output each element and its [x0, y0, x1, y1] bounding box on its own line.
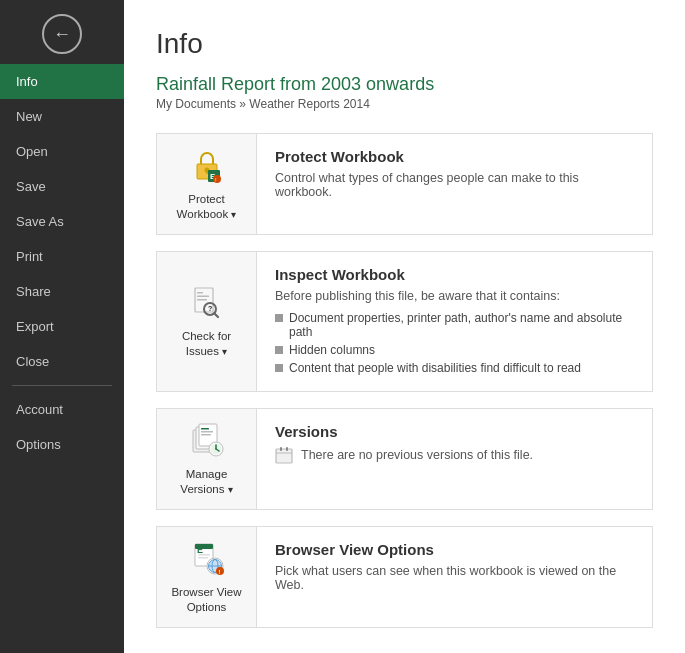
back-button[interactable]: ←: [42, 14, 82, 54]
sidebar-item-new[interactable]: New: [0, 99, 124, 134]
svg-rect-19: [201, 434, 211, 436]
protect-workbook-title: Protect Workbook: [275, 148, 634, 165]
sidebar-item-print[interactable]: Print: [0, 239, 124, 274]
svg-rect-8: [197, 292, 203, 294]
main-content: Info Rainfall Report from 2003 onwards M…: [124, 0, 685, 653]
svg-rect-31: [198, 554, 210, 556]
file-title: Rainfall Report from 2003 onwards: [156, 74, 653, 95]
page-title: Info: [156, 28, 653, 60]
svg-text:E: E: [197, 545, 203, 555]
versions-inline: There are no previous versions of this f…: [275, 446, 634, 464]
svg-rect-2: [206, 170, 208, 174]
browser-view-content: Browser View Options Pick what users can…: [257, 527, 652, 627]
svg-rect-10: [197, 299, 207, 301]
svg-rect-24: [276, 449, 292, 463]
bullet-icon: [275, 346, 283, 354]
browser-view-desc: Pick what users can see when this workbo…: [275, 564, 634, 592]
browser-view-icon-label: Browser ViewOptions: [171, 585, 241, 615]
svg-rect-17: [201, 428, 209, 430]
svg-line-12: [214, 314, 218, 318]
bullet-icon: [275, 364, 283, 372]
svg-rect-32: [198, 557, 208, 559]
versions-title: Versions: [275, 423, 634, 440]
sidebar-item-share[interactable]: Share: [0, 274, 124, 309]
sidebar-item-options[interactable]: Options: [0, 427, 124, 462]
sidebar-item-info[interactable]: Info: [0, 64, 124, 99]
sidebar-item-close[interactable]: Close: [0, 344, 124, 379]
bullet-icon: [275, 314, 283, 322]
browser-view-title: Browser View Options: [275, 541, 634, 558]
sidebar-item-export[interactable]: Export: [0, 309, 124, 344]
sidebar: ← Info New Open Save Save As Print Share…: [0, 0, 124, 653]
inspect-workbook-title: Inspect Workbook: [275, 266, 634, 283]
inspect-icon: ?: [188, 283, 226, 321]
calendar-icon: [275, 446, 293, 464]
inspect-workbook-content: Inspect Workbook Before publishing this …: [257, 252, 652, 391]
svg-rect-27: [286, 447, 288, 451]
versions-section: ManageVersions ▾ Versions There are no p…: [156, 408, 653, 510]
lock-icon: E !: [188, 146, 226, 184]
list-item: Content that people with disabilities fi…: [275, 359, 634, 377]
browser-view-button[interactable]: E ! Browser ViewOptions: [157, 527, 257, 627]
check-for-issues-button[interactable]: ? Check forIssues ▾: [157, 252, 257, 391]
file-path: My Documents » Weather Reports 2014: [156, 97, 653, 111]
svg-rect-18: [201, 431, 213, 433]
protect-workbook-section: E ! ProtectWorkbook ▾ Protect Workbook C…: [156, 133, 653, 235]
inspect-workbook-desc: Before publishing this file, be aware th…: [275, 289, 634, 303]
inspect-workbook-section: ? Check forIssues ▾ Inspect Workbook Bef…: [156, 251, 653, 392]
sidebar-item-save[interactable]: Save: [0, 169, 124, 204]
list-item: Document properties, printer path, autho…: [275, 309, 634, 341]
protect-workbook-icon-label: ProtectWorkbook ▾: [177, 192, 237, 222]
manage-versions-button[interactable]: ManageVersions ▾: [157, 409, 257, 509]
svg-text:!: !: [218, 569, 220, 575]
protect-workbook-desc: Control what types of changes people can…: [275, 171, 634, 199]
protect-workbook-content: Protect Workbook Control what types of c…: [257, 134, 652, 234]
browser-view-section: E ! Browser ViewOptions Browser View Opt…: [156, 526, 653, 628]
versions-icon: [188, 421, 226, 459]
svg-rect-26: [280, 447, 282, 451]
no-versions-text: There are no previous versions of this f…: [301, 448, 533, 462]
svg-text:?: ?: [208, 305, 212, 312]
sidebar-divider: [12, 385, 112, 386]
sidebar-item-open[interactable]: Open: [0, 134, 124, 169]
svg-rect-9: [197, 296, 209, 298]
sidebar-item-account[interactable]: Account: [0, 392, 124, 427]
check-for-issues-icon-label: Check forIssues ▾: [182, 329, 231, 359]
versions-content: Versions There are no previous versions …: [257, 409, 652, 509]
browser-view-icon: E !: [188, 539, 226, 577]
protect-workbook-button[interactable]: E ! ProtectWorkbook ▾: [157, 134, 257, 234]
manage-versions-icon-label: ManageVersions ▾: [180, 467, 232, 497]
inspect-issues-list: Document properties, printer path, autho…: [275, 309, 634, 377]
sidebar-item-save-as[interactable]: Save As: [0, 204, 124, 239]
list-item: Hidden columns: [275, 341, 634, 359]
